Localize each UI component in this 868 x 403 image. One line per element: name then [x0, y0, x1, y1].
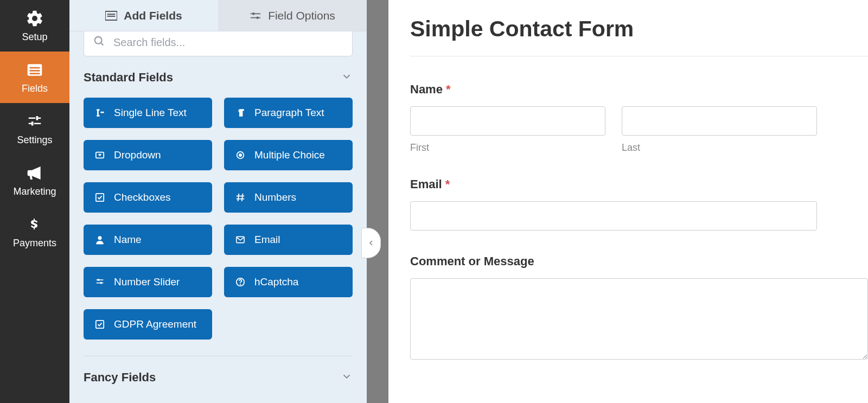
sublabel-last: Last: [622, 142, 817, 153]
field-hcaptcha[interactable]: hCaptcha: [224, 267, 353, 297]
nav-label: Setup: [22, 31, 47, 43]
field-email[interactable]: Email: [224, 225, 353, 255]
chevron-down-icon: [341, 71, 353, 85]
field-dropdown[interactable]: Dropdown: [84, 140, 212, 170]
svg-point-11: [95, 37, 102, 44]
checkbox-icon: [94, 192, 105, 203]
label-text: Email: [410, 177, 442, 191]
gutter: [367, 0, 388, 403]
form-icon: [105, 11, 117, 21]
paragraph-icon: [235, 107, 246, 118]
sliders-icon: [94, 277, 105, 287]
nav-label: Fields: [22, 83, 48, 94]
svg-rect-3: [30, 73, 40, 74]
bullhorn-icon: [24, 164, 45, 182]
last-name-input[interactable]: [622, 106, 817, 136]
tab-label: Add Fields: [124, 9, 182, 22]
label-text: Name: [410, 82, 443, 96]
field-single-line-text[interactable]: Single Line Text: [84, 98, 212, 128]
field-label: Single Line Text: [114, 107, 187, 119]
svg-point-18: [98, 236, 101, 240]
question-circle-icon: [235, 277, 246, 287]
first-name-input[interactable]: [410, 106, 605, 136]
nav-label: Marketing: [13, 186, 56, 197]
chevron-down-icon: [341, 370, 353, 385]
name-label: Name *: [410, 82, 868, 97]
field-label: Multiple Choice: [254, 149, 325, 161]
nav-setup[interactable]: Setup: [0, 0, 69, 52]
field-label: Numbers: [254, 191, 296, 203]
field-number-slider[interactable]: Number Slider: [84, 267, 212, 297]
field-label: hCaptcha: [254, 276, 298, 288]
gear-icon: [24, 10, 45, 27]
svg-point-10: [257, 16, 259, 19]
required-asterisk: *: [445, 177, 450, 191]
svg-point-8: [252, 12, 255, 15]
form-title: Simple Contact Form: [410, 16, 868, 42]
chevron-left-icon: [367, 239, 375, 247]
panel-tabs: Add Fields Field Options: [69, 0, 367, 31]
section-standard-fields[interactable]: Standard Fields: [84, 71, 353, 85]
field-label: Checkboxes: [114, 191, 171, 203]
collapse-panel-button[interactable]: [361, 228, 381, 258]
divider: [84, 356, 353, 356]
sublabel-first: First: [410, 142, 605, 153]
nav-fields[interactable]: Fields: [0, 52, 69, 103]
field-checkboxes[interactable]: Checkboxes: [84, 182, 212, 213]
svg-rect-26: [96, 321, 104, 328]
dollar-icon: [24, 216, 45, 233]
preview-comment-field[interactable]: Comment or Message: [410, 254, 868, 362]
list-icon: [24, 61, 45, 79]
text-cursor-icon: [94, 107, 105, 118]
field-gdpr-agreement[interactable]: GDPR Agreement: [84, 309, 212, 340]
svg-marker-14: [98, 154, 101, 156]
search-input[interactable]: [84, 31, 353, 56]
field-label: Number Slider: [114, 276, 180, 288]
nav-settings[interactable]: Settings: [0, 103, 69, 155]
fields-panel: Add Fields Field Options Standard Fields: [69, 0, 367, 403]
nav-sidebar: Setup Fields Settings Marketing Payments: [0, 0, 69, 403]
svg-line-12: [101, 43, 104, 46]
tab-field-options[interactable]: Field Options: [218, 0, 367, 31]
svg-rect-1: [30, 67, 40, 69]
field-label: Name: [114, 234, 142, 246]
dropdown-icon: [94, 150, 105, 161]
svg-point-16: [239, 153, 241, 156]
section-title: Standard Fields: [84, 71, 173, 85]
field-name[interactable]: Name: [84, 225, 212, 255]
field-label: Dropdown: [114, 149, 161, 161]
nav-payments[interactable]: Payments: [0, 206, 69, 258]
svg-point-23: [100, 282, 102, 284]
nav-label: Payments: [13, 238, 56, 249]
svg-rect-2: [30, 70, 40, 72]
preview-name-field[interactable]: Name * First Last: [410, 82, 868, 153]
preview-email-field[interactable]: Email *: [410, 177, 868, 231]
email-input[interactable]: [410, 201, 817, 231]
search-wrap: [84, 31, 353, 56]
form-preview: Simple Contact Form Name * First Last Em…: [388, 0, 868, 403]
field-numbers[interactable]: Numbers: [224, 182, 353, 213]
comment-textarea[interactable]: [410, 278, 868, 360]
field-multiple-choice[interactable]: Multiple Choice: [224, 140, 353, 170]
tab-add-fields[interactable]: Add Fields: [69, 0, 218, 31]
checkbox-icon: [94, 319, 105, 330]
envelope-icon: [235, 234, 246, 245]
email-label: Email *: [410, 177, 868, 191]
hashtag-icon: [235, 192, 246, 203]
svg-point-21: [98, 279, 99, 280]
search-icon: [93, 35, 105, 49]
sliders-icon: [24, 113, 45, 130]
comment-label: Comment or Message: [410, 254, 868, 268]
section-title: Fancy Fields: [84, 370, 156, 385]
divider: [410, 56, 868, 56]
field-label: Paragraph Text: [254, 107, 324, 119]
nav-marketing[interactable]: Marketing: [0, 155, 69, 206]
field-paragraph-text[interactable]: Paragraph Text: [224, 98, 353, 128]
standard-fields-grid: Single Line Text Paragraph Text Dropdown…: [84, 98, 353, 340]
user-icon: [94, 234, 105, 245]
radio-icon: [235, 150, 246, 161]
section-fancy-fields[interactable]: Fancy Fields: [84, 370, 353, 385]
field-label: Email: [254, 234, 280, 246]
svg-rect-17: [96, 194, 104, 201]
field-label: GDPR Agreement: [114, 318, 196, 330]
